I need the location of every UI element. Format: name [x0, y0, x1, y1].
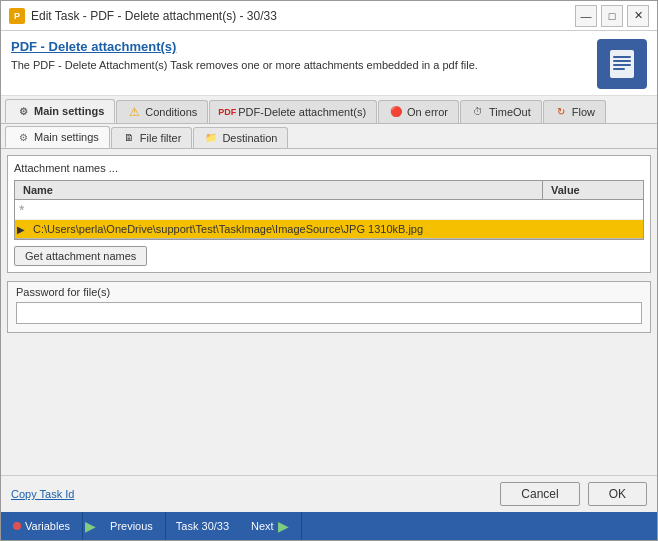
- tab-on-error-label: On error: [407, 106, 448, 118]
- header-area: PDF - Delete attachment(s) The PDF - Del…: [1, 31, 657, 96]
- row-cell-name: C:\Users\perla\OneDrive\support\Test\Tas…: [29, 220, 643, 238]
- folder-icon: 📁: [204, 131, 218, 145]
- password-label: Password for file(s): [16, 286, 642, 298]
- tab-conditions-label: Conditions: [145, 106, 197, 118]
- main-window: P Edit Task - PDF - Delete attachment(s)…: [0, 0, 658, 541]
- task-info: Task 30/33: [166, 520, 239, 532]
- left-arrow-icon: ▶: [83, 518, 98, 534]
- footer-right: Cancel OK: [500, 482, 647, 506]
- svg-rect-3: [613, 64, 631, 66]
- variables-label: Variables: [25, 520, 70, 532]
- footer: Copy Task Id Cancel OK: [1, 475, 657, 512]
- cancel-button[interactable]: Cancel: [500, 482, 579, 506]
- header-icon-box: [597, 39, 647, 89]
- table-row[interactable]: ▶ C:\Users\perla\OneDrive\support\Test\T…: [15, 220, 643, 239]
- sub-tab-file-filter[interactable]: 🗎 File filter: [111, 127, 193, 148]
- previous-label: Previous: [110, 520, 153, 532]
- attachment-names-section: Attachment names ... Name Value * ▶ C:\U…: [7, 155, 651, 273]
- table-header-value: Value: [543, 181, 643, 199]
- get-attachment-names-button[interactable]: Get attachment names: [14, 246, 147, 266]
- svg-rect-2: [613, 60, 631, 62]
- table-header: Name Value: [15, 181, 643, 200]
- tab-flow-label: Flow: [572, 106, 595, 118]
- header-text: PDF - Delete attachment(s) The PDF - Del…: [11, 39, 587, 73]
- window-title: Edit Task - PDF - Delete attachment(s) -…: [31, 9, 277, 23]
- document-lines-icon: [606, 48, 638, 80]
- tab-pdf-delete[interactable]: PDF PDF-Delete attachment(s): [209, 100, 377, 123]
- footer-left: Copy Task Id: [11, 487, 74, 501]
- window-icon: P: [9, 8, 25, 24]
- sub-tab-bar: ⚙ Main settings 🗎 File filter 📁 Destinat…: [1, 124, 657, 149]
- title-bar: P Edit Task - PDF - Delete attachment(s)…: [1, 1, 657, 31]
- table-body: * ▶ C:\Users\perla\OneDrive\support\Test…: [15, 200, 643, 239]
- header-title[interactable]: PDF - Delete attachment(s): [11, 39, 587, 54]
- table-row-star: *: [15, 200, 643, 220]
- tab-main-settings-label: Main settings: [34, 105, 104, 117]
- table-header-name: Name: [15, 181, 543, 199]
- attachment-table: Name Value * ▶ C:\Users\perla\OneDrive\s…: [14, 180, 644, 240]
- password-section: Password for file(s): [7, 281, 651, 333]
- sub-tab-destination[interactable]: 📁 Destination: [193, 127, 288, 148]
- variables-button[interactable]: Variables: [1, 512, 83, 540]
- copy-task-id-link[interactable]: Copy Task Id: [11, 488, 74, 500]
- password-input[interactable]: [16, 302, 642, 324]
- next-label: Next: [251, 520, 274, 532]
- title-controls: — □ ✕: [575, 5, 649, 27]
- row-arrow-icon: ▶: [15, 224, 29, 235]
- header-description: The PDF - Delete Attachment(s) Task remo…: [11, 58, 587, 73]
- warn-icon: ⚠: [127, 105, 141, 119]
- previous-button[interactable]: Previous: [98, 512, 166, 540]
- svg-rect-4: [613, 68, 625, 70]
- tab-conditions[interactable]: ⚠ Conditions: [116, 100, 208, 123]
- minimize-button[interactable]: —: [575, 5, 597, 27]
- tab-pdf-label: PDF-Delete attachment(s): [238, 106, 366, 118]
- tab-main-settings[interactable]: ⚙ Main settings: [5, 99, 115, 123]
- filter-icon: 🗎: [122, 131, 136, 145]
- sub-gear-icon: ⚙: [16, 130, 30, 144]
- maximize-button[interactable]: □: [601, 5, 623, 27]
- tab-flow[interactable]: ↻ Flow: [543, 100, 606, 123]
- variables-dot-icon: [13, 522, 21, 530]
- clock-icon: ⏱: [471, 105, 485, 119]
- sub-tab-main-label: Main settings: [34, 131, 99, 143]
- gear-icon: ⚙: [16, 104, 30, 118]
- ok-button[interactable]: OK: [588, 482, 647, 506]
- bottom-bar: Variables ▶ Previous Task 30/33 Next ▶: [1, 512, 657, 540]
- tab-on-error[interactable]: 🔴 On error: [378, 100, 459, 123]
- attachment-section-label: Attachment names ...: [14, 162, 644, 174]
- pdf-icon: PDF: [220, 105, 234, 119]
- main-tab-bar: ⚙ Main settings ⚠ Conditions PDF PDF-Del…: [1, 96, 657, 124]
- tab-timeout[interactable]: ⏱ TimeOut: [460, 100, 542, 123]
- tab-timeout-label: TimeOut: [489, 106, 531, 118]
- title-bar-left: P Edit Task - PDF - Delete attachment(s)…: [9, 8, 277, 24]
- sub-tab-file-filter-label: File filter: [140, 132, 182, 144]
- sub-tab-destination-label: Destination: [222, 132, 277, 144]
- svg-rect-1: [613, 56, 631, 58]
- next-arrow-icon: ▶: [278, 518, 289, 534]
- flow-icon: ↻: [554, 105, 568, 119]
- content-area: Attachment names ... Name Value * ▶ C:\U…: [1, 149, 657, 475]
- close-button[interactable]: ✕: [627, 5, 649, 27]
- next-button[interactable]: Next ▶: [239, 512, 302, 540]
- sub-tab-main-settings[interactable]: ⚙ Main settings: [5, 126, 110, 148]
- error-icon: 🔴: [389, 105, 403, 119]
